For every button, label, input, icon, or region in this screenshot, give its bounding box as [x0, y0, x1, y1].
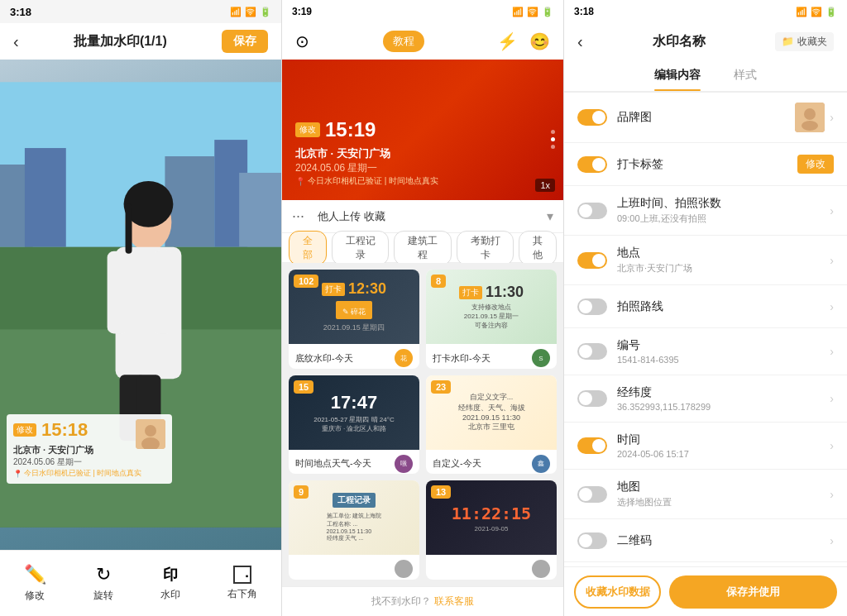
card4-footer: 自定义-今天 鑫	[426, 450, 557, 475]
svg-rect-2	[25, 148, 66, 247]
card5-author	[395, 560, 413, 578]
wifi-icon2: 🛜	[527, 7, 538, 17]
item-checkin-tag-info: 打卡标签	[617, 157, 797, 172]
back-button[interactable]: ‹	[13, 32, 19, 51]
card1-punch-row: 打卡 12:30	[322, 280, 386, 298]
tab-chevron-icon[interactable]: ▾	[547, 208, 553, 224]
tab-edit-content[interactable]: 编辑内容	[654, 61, 701, 89]
signal-icon2: 📶	[512, 7, 524, 17]
item-checkin-tag: 打卡标签 修改	[564, 143, 847, 186]
toggle-time[interactable]	[577, 437, 607, 454]
item-time-action: ›	[830, 439, 834, 452]
item-time: 时间 2024-05-06 15:17 ›	[564, 423, 847, 470]
item-work-time-action: ›	[830, 204, 834, 217]
item-location: 地点 北京市·天安门广场 ›	[564, 236, 847, 285]
template-card-4[interactable]: 23 自定义文字...经纬度、天气、海拔2021.09.15 11:30北京市 …	[426, 375, 557, 475]
toggle-map[interactable]	[577, 486, 607, 503]
template-card-1[interactable]: 102 打卡 12:30 ✎ 碎花 2021.09.15 星期四 底纹水印-今天…	[289, 270, 419, 369]
card1-sub-text: ✎ 碎花	[342, 308, 366, 316]
toggle-number[interactable]	[577, 343, 607, 360]
red-card-time: 15:19	[325, 118, 376, 141]
punch-tag-icon: 打卡	[322, 283, 345, 296]
tab-upload[interactable]: 他人上传	[318, 209, 361, 224]
battery-icon2: 🔋	[542, 7, 553, 17]
item9-chevron-icon: ›	[830, 534, 834, 547]
filter-other[interactable]: 其他	[519, 231, 557, 265]
red-card-edit-badge[interactable]: 修改	[295, 122, 320, 137]
save-and-use-button[interactable]: 保存并使用	[669, 575, 837, 609]
wm-time-row: 修改 15:18	[13, 419, 165, 441]
template-card-2[interactable]: 8 打卡 11:30 支持修改地点2021.09.15 星期一可备注内容 打卡水…	[426, 270, 557, 369]
toggle-location[interactable]	[577, 252, 607, 269]
tutorial-button[interactable]: 教程	[383, 31, 424, 52]
filter-project[interactable]: 工程记录	[332, 231, 390, 265]
filter-construction[interactable]: 建筑工程	[394, 231, 452, 265]
save-button[interactable]: 保存	[222, 30, 268, 53]
filter-all[interactable]: 全部	[289, 231, 327, 265]
toolbar-watermark-label: 水印	[160, 588, 180, 602]
card3-author: 嗤	[395, 455, 413, 473]
dot2	[551, 137, 555, 141]
contact-service-link[interactable]: 联系客服	[434, 595, 474, 609]
collect-folder-button[interactable]: 📁 收藏夹	[775, 32, 834, 51]
panel3-back-button[interactable]: ‹	[577, 32, 583, 51]
item-number-action: ›	[830, 345, 834, 358]
flash-icon[interactable]: ⚡	[497, 31, 518, 51]
card1-author: 花	[395, 349, 413, 367]
header-action-icons: ⚡ 😊	[497, 31, 550, 51]
toggle-brand-logo[interactable]	[577, 109, 607, 126]
svg-rect-5	[239, 173, 281, 247]
settings-list: 品牌图 › 打卡标签 修改	[564, 93, 847, 566]
panel1-header: ‹ 批量加水印(1/1) 保存	[0, 23, 281, 60]
card2-image: 8 打卡 11:30 支持修改地点2021.09.15 星期一可备注内容	[426, 270, 557, 344]
item-time-sub: 2024-05-06 15:17	[617, 449, 830, 459]
folder-icon: 📁	[782, 36, 794, 47]
panel2-filters: 全部 工程记录 建筑工程 考勤打卡 其他	[282, 233, 563, 263]
card3-badge: 15	[294, 380, 313, 394]
card3-footer: 时间地点天气-今天 嗤	[289, 450, 419, 475]
toolbar-watermark-button[interactable]: 印 水印	[160, 565, 180, 602]
card6-author	[532, 560, 550, 578]
filter-checkin[interactable]: 考勤打卡	[457, 231, 514, 265]
toggle-qrcode[interactable]	[577, 532, 607, 549]
red-card-date: 2024.05.06 星期一	[295, 161, 438, 175]
template-card-5[interactable]: 9 工程记录 施工单位: 建筑上海院工程名称: ...2021.09.15 11…	[289, 480, 419, 580]
card4-image: 23 自定义文字...经纬度、天气、海拔2021.09.15 11:30北京市 …	[426, 375, 557, 450]
item-map-info: 地图 选择地图位置	[617, 480, 830, 509]
red-card-verified: 📍 今日水印相机已验证 | 时间地点真实	[295, 175, 438, 187]
card1-time: 12:30	[348, 280, 386, 298]
watermark-icon: 印	[163, 565, 178, 585]
template-card-3[interactable]: 15 17:47 2021-05-27 星期四 晴 24°C重庆市 · 渝北区人…	[289, 375, 419, 475]
toggle-photo-route[interactable]	[577, 298, 607, 315]
toolbar-corner-button[interactable]: ▪ 右下角	[227, 566, 257, 601]
face-icon[interactable]: 😊	[529, 31, 550, 51]
battery-icon3: 🔋	[825, 7, 837, 17]
item-photo-route-label: 拍照路线	[617, 299, 830, 314]
more-icon[interactable]: ···	[292, 208, 304, 225]
card1-badge: 102	[294, 275, 318, 288]
counter-badge: 1x	[535, 179, 555, 192]
toggle-coordinates[interactable]	[577, 390, 607, 407]
tab-collect[interactable]: 收藏	[364, 209, 385, 224]
collect-watermark-button[interactable]: 收藏水印数据	[574, 575, 661, 609]
modify-checkin-tag-button[interactable]: 修改	[797, 155, 834, 174]
card5-footer	[289, 555, 419, 580]
brand-logo-thumb[interactable]	[795, 103, 825, 132]
panel3-status-icons: 📶 🛜 🔋	[796, 7, 837, 17]
toolbar-edit-button[interactable]: ✏️ 修改	[24, 564, 46, 603]
template-card-6[interactable]: 13 11:22:15 2021-09-05	[426, 480, 557, 580]
toolbar-rotate-button[interactable]: ↻ 旋转	[93, 564, 113, 603]
tab-style[interactable]: 样式	[734, 61, 757, 89]
wm-edit-badge[interactable]: 修改	[13, 423, 36, 437]
toggle-work-time[interactable]	[577, 203, 607, 219]
item-number-info: 编号 1541-814-6395	[617, 338, 830, 365]
item5-chevron-icon: ›	[830, 345, 834, 358]
pin-icon2: 📍	[295, 177, 305, 186]
item-qrcode-action: ›	[830, 534, 834, 547]
item-map-action: ›	[830, 488, 834, 501]
item-brand-logo-label: 品牌图	[617, 110, 795, 125]
corner-icon: ▪	[233, 566, 251, 584]
item-brand-logo-action: ›	[795, 103, 834, 132]
card5-title: 工程记录	[333, 493, 376, 508]
toggle-checkin-tag[interactable]	[577, 156, 607, 173]
